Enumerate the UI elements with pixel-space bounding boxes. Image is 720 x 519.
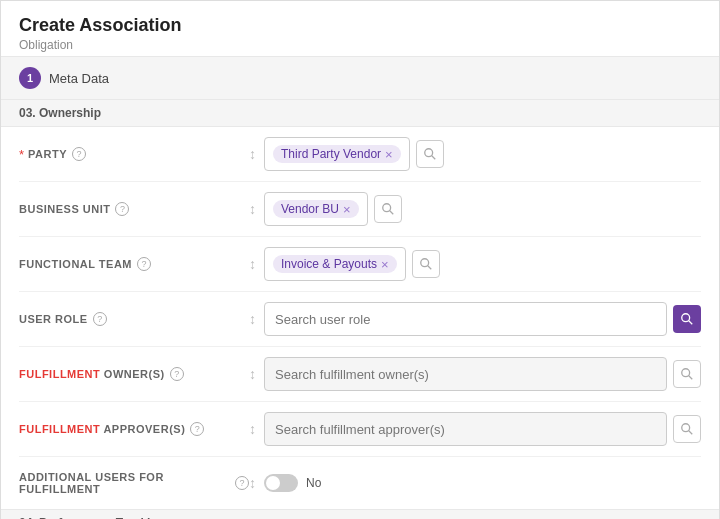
business-unit-search-button[interactable] [374, 195, 402, 223]
svg-point-8 [682, 369, 690, 377]
step-number: 1 [19, 67, 41, 89]
fulfillment-owners-row: FULFILLMENT OWNER(S) ? ↕ [19, 347, 701, 402]
functional-team-search-button[interactable] [412, 250, 440, 278]
party-label-area: * PARTY ? [19, 147, 249, 162]
fulfillment-owners-search-icon [680, 367, 694, 381]
functional-team-tag-close[interactable]: × [381, 258, 389, 271]
fulfillment-owners-label: FULFILLMENT [19, 368, 100, 380]
additional-users-label: ADDITIONAL USERS FOR FULFILLMENT [19, 471, 230, 495]
section-ownership-header: 03. Ownership [1, 100, 719, 127]
party-input-area: Third Party Vendor × [264, 137, 701, 171]
fulfillment-owners-label-area: FULFILLMENT OWNER(S) ? [19, 367, 249, 381]
fulfillment-approvers-help-icon[interactable]: ? [190, 422, 204, 436]
functional-team-sort-icon: ↕ [249, 256, 256, 272]
user-role-help-icon[interactable]: ? [93, 312, 107, 326]
fulfillment-owners-search-button[interactable] [673, 360, 701, 388]
party-tag-label: Third Party Vendor [281, 147, 381, 161]
functional-team-label: FUNCTIONAL TEAM [19, 258, 132, 270]
business-unit-input-area: Vendor BU × [264, 192, 701, 226]
party-required: * [19, 147, 24, 162]
fulfillment-owners-label2: OWNER(S) [100, 368, 164, 380]
business-unit-tag-close[interactable]: × [343, 203, 351, 216]
business-unit-label: BUSINESS UNIT [19, 203, 110, 215]
fulfillment-approvers-label-area: FULFILLMENT APPROVER(S) ? [19, 422, 249, 436]
party-tag-third-party-vendor: Third Party Vendor × [273, 145, 401, 163]
party-label: PARTY [28, 148, 67, 160]
svg-point-6 [682, 314, 690, 322]
additional-users-sort-icon: ↕ [249, 475, 256, 491]
toggle-knob [266, 476, 280, 490]
svg-point-0 [424, 149, 432, 157]
functional-team-search-icon [419, 257, 433, 271]
fulfillment-owners-input-area [264, 357, 701, 391]
svg-line-5 [427, 266, 431, 270]
functional-team-input-area: Invoice & Payouts × [264, 247, 701, 281]
svg-point-10 [682, 424, 690, 432]
party-tag-close[interactable]: × [385, 148, 393, 161]
fulfillment-approvers-row: FULFILLMENT APPROVER(S) ? ↕ [19, 402, 701, 457]
section-performance-header: 04. Performance Tracking [1, 509, 719, 519]
user-role-input[interactable] [264, 302, 667, 336]
additional-users-row: ADDITIONAL USERS FOR FULFILLMENT ? ↕ No [19, 457, 701, 509]
user-role-row: USER ROLE ? ↕ [19, 292, 701, 347]
page-container: Create Association Obligation 1 Meta Dat… [0, 0, 720, 519]
additional-users-toggle[interactable] [264, 474, 298, 492]
svg-point-2 [382, 204, 390, 212]
fulfillment-approvers-label: FULFILLMENT [19, 423, 100, 435]
user-role-label-area: USER ROLE ? [19, 312, 249, 326]
functional-team-label-area: FUNCTIONAL TEAM ? [19, 257, 249, 271]
additional-users-help-icon[interactable]: ? [235, 476, 249, 490]
business-unit-tag-vendor-bu: Vendor BU × [273, 200, 359, 218]
additional-users-label-area: ADDITIONAL USERS FOR FULFILLMENT ? [19, 471, 249, 495]
user-role-input-row [264, 302, 701, 336]
svg-point-4 [420, 259, 428, 267]
party-search-button[interactable] [416, 140, 444, 168]
svg-line-9 [689, 376, 693, 380]
functional-team-input-row: Invoice & Payouts × [264, 247, 701, 281]
fulfillment-approvers-search-icon [680, 422, 694, 436]
functional-team-tag-label: Invoice & Payouts [281, 257, 377, 271]
page-subtitle: Obligation [19, 38, 701, 52]
fulfillment-owners-sort-icon: ↕ [249, 366, 256, 382]
fulfillment-approvers-search-button[interactable] [673, 415, 701, 443]
party-input-row: Third Party Vendor × [264, 137, 701, 171]
fulfillment-owners-help-icon[interactable]: ? [170, 367, 184, 381]
functional-team-tag-invoice: Invoice & Payouts × [273, 255, 397, 273]
party-row: * PARTY ? ↕ Third Party Vendor × [19, 127, 701, 182]
business-unit-input-row: Vendor BU × [264, 192, 701, 226]
functional-team-row: FUNCTIONAL TEAM ? ↕ Invoice & Payouts × [19, 237, 701, 292]
party-search-icon [423, 147, 437, 161]
step-bar: 1 Meta Data [1, 56, 719, 100]
fulfillment-approvers-label2: APPROVER(S) [100, 423, 185, 435]
user-role-label: USER ROLE [19, 313, 88, 325]
party-tag-input[interactable]: Third Party Vendor × [264, 137, 410, 171]
user-role-sort-icon: ↕ [249, 311, 256, 327]
business-unit-row: BUSINESS UNIT ? ↕ Vendor BU × [19, 182, 701, 237]
user-role-search-button[interactable] [673, 305, 701, 333]
svg-line-7 [689, 321, 693, 325]
additional-users-toggle-area: No [264, 474, 701, 492]
business-unit-tag-label: Vendor BU [281, 202, 339, 216]
functional-team-help-icon[interactable]: ? [137, 257, 151, 271]
business-unit-help-icon[interactable]: ? [115, 202, 129, 216]
business-unit-label-area: BUSINESS UNIT ? [19, 202, 249, 216]
form-body: * PARTY ? ↕ Third Party Vendor × [1, 127, 719, 509]
step-label: Meta Data [49, 71, 109, 86]
business-unit-sort-icon: ↕ [249, 201, 256, 217]
fulfillment-owners-input-row [264, 357, 701, 391]
business-unit-tag-input[interactable]: Vendor BU × [264, 192, 368, 226]
additional-users-toggle-label: No [306, 476, 321, 490]
page-title: Create Association [19, 15, 701, 36]
additional-users-input-area: No [264, 474, 701, 492]
svg-line-3 [389, 211, 393, 215]
fulfillment-approvers-sort-icon: ↕ [249, 421, 256, 437]
party-sort-icon: ↕ [249, 146, 256, 162]
functional-team-tag-input[interactable]: Invoice & Payouts × [264, 247, 406, 281]
business-unit-search-icon [381, 202, 395, 216]
page-header: Create Association Obligation [1, 1, 719, 56]
party-help-icon[interactable]: ? [72, 147, 86, 161]
fulfillment-approvers-input [264, 412, 667, 446]
svg-line-1 [431, 156, 435, 160]
user-role-search-icon [680, 312, 694, 326]
fulfillment-approvers-input-row [264, 412, 701, 446]
